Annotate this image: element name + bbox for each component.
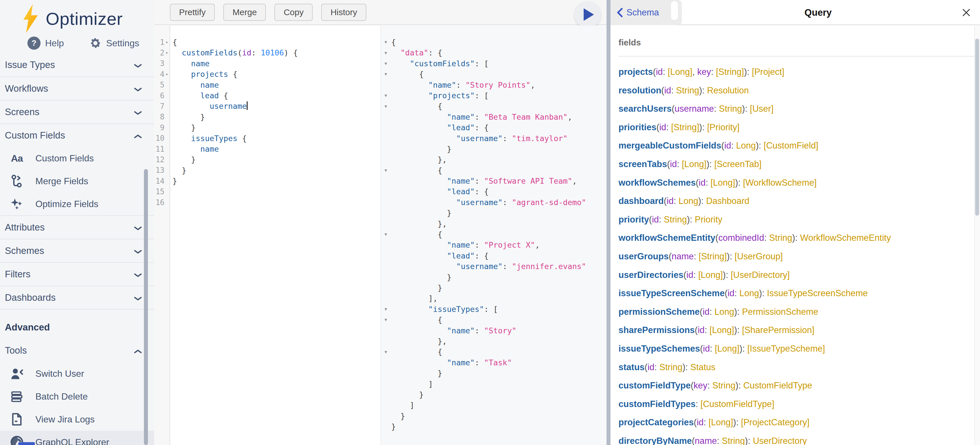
docs-scrollbar-track[interactable] xyxy=(974,26,980,445)
doc-return-type-link[interactable]: CustomFieldType xyxy=(743,380,812,391)
doc-arg-type-link[interactable]: [String] xyxy=(671,122,699,132)
doc-return-type-link[interactable]: [Priority] xyxy=(707,122,740,132)
doc-field-name-link[interactable]: issueTypeSchemes xyxy=(619,344,700,354)
doc-arg-type-link[interactable]: Long xyxy=(736,140,756,150)
doc-return-type-link[interactable]: [UserGroup] xyxy=(735,251,783,262)
doc-field-name-link[interactable]: projects xyxy=(619,67,653,77)
fold-arrow-icon[interactable]: ▾ xyxy=(381,101,391,112)
doc-return-type-link[interactable]: WorkflowSchemeEntity xyxy=(800,233,891,243)
doc-field-name-link[interactable]: status xyxy=(619,362,644,372)
fold-arrow-icon[interactable]: ▾ xyxy=(381,314,391,325)
doc-field-name-link[interactable]: screenTabs xyxy=(619,159,667,169)
doc-field-name-link[interactable]: resolution xyxy=(619,85,661,96)
doc-return-type-link[interactable]: Dashboard xyxy=(706,196,749,206)
docs-scrollbar-thumb[interactable] xyxy=(975,38,979,215)
query-editor-input[interactable]: {customFields(id: 10106) {nameprojects {… xyxy=(170,26,380,445)
doc-return-type-link[interactable]: Status xyxy=(690,362,716,372)
copy-button[interactable]: Copy xyxy=(274,4,313,21)
doc-arg-type-link[interactable]: String xyxy=(722,436,745,445)
doc-return-type-link[interactable]: [IssueTypeScheme] xyxy=(747,344,825,354)
sidebar-item-optimize-fields[interactable]: Optimize Fields xyxy=(0,193,154,215)
doc-field-name-link[interactable]: dashboard xyxy=(619,196,663,206)
fold-arrow-icon[interactable]: ▾ xyxy=(164,72,169,77)
doc-arg-type-link[interactable]: [String] xyxy=(699,251,727,262)
fold-arrow-icon[interactable]: ▾ xyxy=(381,165,391,175)
doc-field-name-link[interactable]: mergeableCustomFields xyxy=(619,140,721,150)
doc-arg-type-link[interactable]: [Long] xyxy=(668,67,692,77)
sidebar-section-dashboards[interactable]: Dashboards xyxy=(0,286,154,309)
doc-return-type-link[interactable]: [CustomField] xyxy=(764,140,818,150)
doc-field-name-link[interactable]: customFieldType xyxy=(619,380,691,391)
sidebar-item-merge-fields[interactable]: Merge Fields xyxy=(0,170,154,193)
doc-arg-type-link[interactable]: [Long] xyxy=(715,344,739,354)
doc-field-name-link[interactable]: workflowSchemes xyxy=(619,178,695,188)
doc-field-name-link[interactable]: userDirectories xyxy=(619,270,683,280)
doc-arg-type-link[interactable]: [Long] xyxy=(710,178,735,188)
docs-panel-divider[interactable] xyxy=(606,0,611,445)
sidebar-item-custom-fields[interactable]: AaCustom Fields xyxy=(0,147,154,170)
sidebar-item-view-jira-logs[interactable]: View Jira Logs xyxy=(0,408,154,431)
fold-arrow-icon[interactable]: ▾ xyxy=(164,40,169,45)
doc-return-type-link[interactable]: [User] xyxy=(750,104,773,114)
fold-arrow-icon[interactable]: ▾ xyxy=(164,50,169,56)
sidebar-section-custom-fields[interactable]: Custom Fields xyxy=(0,123,154,147)
doc-return-type-link[interactable]: [ScreenTab] xyxy=(714,159,761,169)
doc-arg-type-link[interactable]: String xyxy=(659,362,682,372)
fold-arrow-icon[interactable]: ▾ xyxy=(381,346,391,357)
doc-return-type-link[interactable]: [Project] xyxy=(752,67,784,77)
sidebar-section-schemes[interactable]: Schemes xyxy=(0,239,154,262)
fold-arrow-icon[interactable]: ▾ xyxy=(381,48,391,58)
doc-return-type-link[interactable]: [ProjectCategory] xyxy=(741,417,810,427)
doc-arg-type-link[interactable]: Long xyxy=(739,288,759,298)
sidebar-item-batch-delete[interactable]: Batch Delete xyxy=(0,385,154,408)
fold-arrow-icon[interactable]: ▾ xyxy=(381,37,391,48)
doc-field-name-link[interactable]: priorities xyxy=(619,122,657,132)
fold-arrow-icon[interactable]: ▾ xyxy=(381,58,391,69)
doc-arg-type-link[interactable]: [Long] xyxy=(682,159,706,169)
doc-return-type-link[interactable]: [UserDirectory] xyxy=(731,270,790,280)
doc-return-type-link[interactable]: Resolution xyxy=(707,85,749,96)
doc-field-name-link[interactable]: customFieldTypes xyxy=(619,399,695,409)
doc-arg-type-link[interactable]: String xyxy=(769,233,792,243)
sidebar-section-tools[interactable]: Tools xyxy=(0,339,154,362)
doc-close-button[interactable] xyxy=(958,4,975,21)
doc-field-name-link[interactable]: permissionScheme xyxy=(619,307,700,317)
doc-arg-type-link[interactable]: String xyxy=(676,85,699,96)
doc-arg-type-link[interactable]: [String] xyxy=(716,67,744,77)
doc-return-type-link[interactable]: UserDirectory xyxy=(753,436,807,445)
doc-field-name-link[interactable]: searchUsers xyxy=(619,104,671,114)
fold-arrow-icon[interactable]: ▾ xyxy=(381,304,391,314)
doc-field-name-link[interactable]: workflowSchemeEntity xyxy=(619,233,715,243)
sidebar-section-filters[interactable]: Filters xyxy=(0,262,154,286)
doc-field-name-link[interactable]: issueTypeScreenScheme xyxy=(619,288,725,298)
sidebar-scrollbar-thumb[interactable] xyxy=(144,169,148,445)
doc-arg-type-link[interactable]: [Long] xyxy=(710,325,734,335)
doc-arg-type-link[interactable]: [Long] xyxy=(708,417,733,427)
sidebar-section-attributes[interactable]: Attributes xyxy=(0,215,154,239)
doc-arg-type-link[interactable]: Long xyxy=(678,196,698,206)
sidebar-section-screens[interactable]: Screens xyxy=(0,100,154,123)
doc-return-type-link[interactable]: [WorkflowScheme] xyxy=(743,178,817,188)
sidebar-section-issue-types[interactable]: Issue Types xyxy=(0,53,154,77)
doc-arg-type-link[interactable]: String xyxy=(664,214,687,225)
doc-return-type-link[interactable]: [SharePermission] xyxy=(742,325,815,335)
doc-return-type-link[interactable]: Priority xyxy=(695,214,722,225)
fold-arrow-icon[interactable]: ▾ xyxy=(381,69,391,80)
fold-arrow-icon[interactable]: ▾ xyxy=(381,229,391,240)
doc-arg-type-link[interactable]: Long xyxy=(714,307,734,317)
doc-field-name-link[interactable]: sharePermissions xyxy=(619,325,695,335)
sidebar-section-workflows[interactable]: Workflows xyxy=(0,77,154,100)
prettify-button[interactable]: Prettify xyxy=(170,4,215,21)
doc-field-name-link[interactable]: projectCategories xyxy=(619,417,694,427)
doc-field-name-link[interactable]: priority xyxy=(619,214,649,225)
sidebar-item-switch-user[interactable]: Switch User xyxy=(0,362,154,385)
doc-field-name-link[interactable]: userGroups xyxy=(619,251,669,262)
doc-return-type-link[interactable]: [CustomFieldType] xyxy=(700,399,774,409)
doc-return-type-link[interactable]: IssueTypeScreenScheme xyxy=(767,288,868,298)
doc-arg-type-link[interactable]: [Long] xyxy=(698,270,723,280)
merge-button[interactable]: Merge xyxy=(223,4,266,21)
history-button[interactable]: History xyxy=(321,4,366,21)
help-link[interactable]: ? Help xyxy=(27,37,64,50)
doc-field-name-link[interactable]: directoryByName xyxy=(619,436,692,445)
doc-arg-type-link[interactable]: String xyxy=(719,104,742,114)
